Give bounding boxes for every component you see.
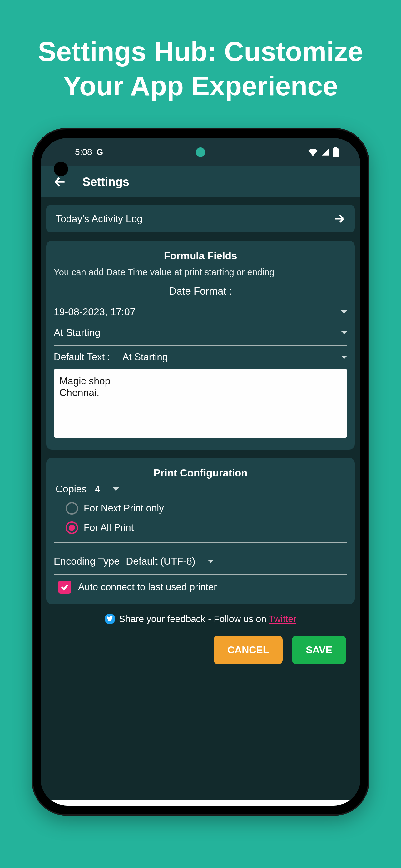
auto-connect-row[interactable]: Auto connect to last used printer <box>54 581 347 594</box>
default-text-position-value: At Starting <box>123 351 168 363</box>
divider <box>54 574 347 575</box>
checkbox-checked-icon <box>58 581 71 594</box>
radio-selected-icon <box>66 522 78 534</box>
formula-fields-description: You can add Date Time value at print sta… <box>54 266 347 278</box>
twitter-icon <box>105 614 115 624</box>
date-format-label: Date Format : <box>54 285 347 297</box>
settings-content: Today's Activity Log Formula Fields You … <box>41 197 360 800</box>
save-button[interactable]: SAVE <box>292 636 346 664</box>
encoding-type-value: Default (UTF-8) <box>126 556 195 567</box>
encoding-type-row: Encoding Type Default (UTF-8) <box>54 549 347 574</box>
feedback-row: Share your feedback - Follow us on Twitt… <box>46 614 355 624</box>
cancel-button[interactable]: CANCEL <box>213 636 282 664</box>
status-time: 5:08 <box>75 147 92 157</box>
status-center-dot-icon <box>196 148 205 157</box>
chevron-down-icon <box>208 560 214 563</box>
chevron-down-icon <box>341 310 347 314</box>
activity-log-row[interactable]: Today's Activity Log <box>46 205 355 232</box>
app-bar-title: Settings <box>82 175 129 189</box>
copies-label: Copies <box>56 484 87 495</box>
front-camera-dot <box>54 162 68 176</box>
status-right <box>308 148 338 157</box>
default-text-position-select[interactable]: At Starting <box>123 351 347 363</box>
encoding-type-select[interactable]: Default (UTF-8) <box>126 556 214 567</box>
signal-icon <box>321 148 330 156</box>
radio-all-print-label: For All Print <box>84 522 134 533</box>
phone-screen: 5:08 G Settings Today's Activity Log <box>41 138 360 806</box>
auto-connect-label: Auto connect to last used printer <box>78 582 217 593</box>
default-text-label: Default Text : <box>54 351 110 363</box>
default-text-row: Default Text : At Starting <box>54 351 347 363</box>
google-badge: G <box>97 147 103 157</box>
chevron-down-icon <box>113 488 119 491</box>
divider <box>54 542 347 543</box>
chevron-down-icon <box>341 331 347 334</box>
status-bar: 5:08 G <box>41 138 360 166</box>
chevron-down-icon <box>341 355 347 359</box>
phone-device-frame: 5:08 G Settings Today's Activity Log <box>32 128 369 815</box>
back-arrow-icon[interactable] <box>53 175 67 189</box>
copies-select[interactable]: 4 <box>95 484 119 495</box>
divider <box>54 345 347 346</box>
encoding-type-label: Encoding Type <box>54 556 120 567</box>
radio-for-all-print[interactable]: For All Print <box>54 518 347 537</box>
date-position-select[interactable]: At Starting <box>54 322 347 343</box>
formula-fields-card: Formula Fields You can add Date Time val… <box>46 241 355 450</box>
footer-buttons: CANCEL SAVE <box>46 632 355 672</box>
marketing-title: Settings Hub: Customize Your App Experie… <box>20 34 381 103</box>
print-config-card: Print Configuration Copies 4 For Next Pr… <box>46 458 355 604</box>
date-position-value: At Starting <box>54 327 100 338</box>
app-bar: Settings <box>41 166 360 197</box>
copies-row: Copies 4 <box>54 484 347 495</box>
default-text-input[interactable] <box>54 369 347 438</box>
date-format-value: 19-08-2023, 17:07 <box>54 306 136 318</box>
formula-fields-title: Formula Fields <box>54 250 347 262</box>
twitter-link[interactable]: Twitter <box>269 614 296 624</box>
wifi-icon <box>308 148 318 156</box>
copies-value: 4 <box>95 484 101 495</box>
radio-next-print-only[interactable]: For Next Print only <box>54 499 347 518</box>
svg-rect-0 <box>333 148 338 157</box>
svg-rect-1 <box>334 148 337 148</box>
print-config-title: Print Configuration <box>54 467 347 479</box>
arrow-right-icon <box>333 213 345 225</box>
feedback-text: Share your feedback - Follow us on <box>119 614 269 624</box>
date-format-select[interactable]: 19-08-2023, 17:07 <box>54 302 347 322</box>
radio-unselected-icon <box>66 502 78 515</box>
status-left: 5:08 G <box>75 147 103 157</box>
activity-log-label: Today's Activity Log <box>56 213 142 225</box>
home-indicator-region <box>41 800 360 806</box>
battery-icon <box>333 148 338 157</box>
radio-next-print-label: For Next Print only <box>84 503 164 514</box>
